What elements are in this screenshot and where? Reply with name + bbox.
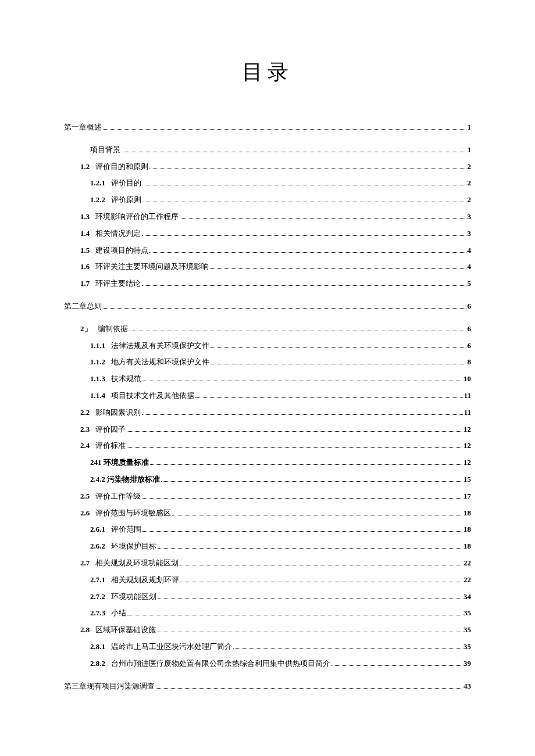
toc-entry-page: 18 xyxy=(463,540,471,553)
toc-entry: 2.8.2台州市翔进医疗废物处置有限公司余热综合利用集中供热项目简介39 xyxy=(90,658,471,670)
toc-dots xyxy=(103,129,466,130)
toc-entry-text: 相关情况判定 xyxy=(95,228,141,240)
toc-entry: 1.1.1法律法规及有关环境保护文件6 xyxy=(90,340,471,352)
toc-entry-text: 环境功能区划 xyxy=(111,591,156,603)
toc-entry-number: 2.8.2 xyxy=(90,658,105,670)
toc-entry: 2.3评价因子12 xyxy=(80,424,471,436)
toc-entry-number: 2」 xyxy=(80,323,92,335)
toc-entry: 1.5建设项目的特点4 xyxy=(80,245,471,257)
toc-entry-page: 11 xyxy=(464,390,471,402)
toc-entry-page: 35 xyxy=(463,607,471,619)
toc-dots xyxy=(142,531,462,532)
toc-entry-number: 1.4 xyxy=(80,228,90,240)
toc-entry-number: 2.7.1 xyxy=(90,574,105,586)
toc-container: 第一章概述1项目背景11.2评价目的和原则21.2.1评价目的21.2.2评价原… xyxy=(64,121,471,692)
toc-entry-text: 环境保护目标 xyxy=(111,540,156,553)
toc-entry-page: 1 xyxy=(468,144,472,156)
toc-entry-page: 22 xyxy=(463,574,471,586)
toc-dots xyxy=(161,481,462,482)
toc-entry-page: 2 xyxy=(468,161,472,173)
toc-entry-text: 第三章现有项目污染源调查 xyxy=(64,680,155,693)
toc-entry-number: 1.2.1 xyxy=(90,177,105,189)
toc-entry-text: 技术规范 xyxy=(111,373,141,385)
toc-dots xyxy=(142,381,462,381)
toc-entry-number: 1.1.4 xyxy=(90,390,105,402)
toc-entry: 项目背景1 xyxy=(90,144,471,156)
toc-entry-page: 2 xyxy=(468,194,472,206)
toc-entry-text: 环评关注主要环境问题及环境影响 xyxy=(95,261,209,273)
toc-entry: 1.7环评主要结论5 xyxy=(80,278,471,290)
toc-entry: 2.8.1温岭市上马工业区块污水处理厂简介35 xyxy=(90,641,471,653)
toc-entry-text: 评价目的 xyxy=(111,177,141,189)
toc-dots xyxy=(127,615,462,615)
toc-entry-text: 2.4.2 污染物排放标准 xyxy=(90,474,160,486)
toc-entry-page: 43 xyxy=(463,680,471,693)
toc-entry-page: 4 xyxy=(468,245,472,257)
toc-entry-number: 1.1.2 xyxy=(90,356,105,368)
toc-entry-text: 编制依据 xyxy=(98,323,128,335)
toc-entry-number: 2.6.1 xyxy=(90,524,105,536)
toc-entry: 1.2评价目的和原则2 xyxy=(80,161,471,173)
toc-entry: 第三章现有项目污染源调查43 xyxy=(64,680,471,693)
toc-entry-text: 小结 xyxy=(111,607,126,619)
toc-entry: 2.4评价标准12 xyxy=(80,440,471,452)
toc-entry-text: 评价因子 xyxy=(95,424,126,436)
toc-dots xyxy=(211,347,466,348)
toc-dots xyxy=(142,235,466,236)
toc-entry-text: 评价标准 xyxy=(95,440,126,452)
toc-entry-page: 5 xyxy=(468,278,472,290)
toc-entry: 2.7.3小结35 xyxy=(90,607,471,619)
toc-dots xyxy=(142,414,462,415)
toc-entry-number: 2.8 xyxy=(80,624,90,636)
toc-dots xyxy=(172,515,462,515)
toc-entry: 2.7.2环境功能区划34 xyxy=(90,591,471,603)
toc-dots xyxy=(149,169,466,169)
toc-entry: 1.2.1评价目的2 xyxy=(90,177,471,189)
toc-dots xyxy=(127,431,462,432)
toc-entry-text: 台州市翔进医疗废物处置有限公司余热综合利用集中供热项目简介 xyxy=(111,658,330,670)
toc-dots xyxy=(142,285,466,286)
toc-entry-text: 环境影响评价的工作程序 xyxy=(95,211,179,223)
toc-entry-text: 法律法规及有关环境保护文件 xyxy=(111,340,209,352)
toc-entry-number: 1.3 xyxy=(80,211,90,223)
toc-entry-page: 15 xyxy=(463,474,471,486)
toc-entry-page: 6 xyxy=(468,340,472,352)
toc-entry-page: 35 xyxy=(463,624,471,636)
toc-entry: 第一章概述1 xyxy=(64,121,471,134)
toc-entry-number: 2.7.3 xyxy=(90,607,105,619)
toc-entry-number: 1.1.1 xyxy=(90,340,105,352)
toc-dots xyxy=(233,648,462,649)
toc-entry-text: 地方有关法规和环境保护文件 xyxy=(111,356,209,368)
toc-entry-page: 2 xyxy=(468,177,472,189)
toc-entry-text: 第二章总则 xyxy=(64,300,102,313)
toc-dots xyxy=(142,202,466,202)
toc-dots xyxy=(158,599,462,599)
toc-entry: 2.8区域环保基础设施35 xyxy=(80,624,471,636)
toc-entry: 2.5评价工作等级17 xyxy=(80,490,471,503)
toc-entry: 2.7相关规划及环境功能区划22 xyxy=(80,557,471,569)
toc-entry-number: 2.8.1 xyxy=(90,641,105,653)
toc-entry: 1.1.3技术规范10 xyxy=(90,373,471,385)
toc-entry-text: 第一章概述 xyxy=(64,121,102,134)
toc-entry-number: 2.4 xyxy=(80,440,90,452)
toc-entry-number: 2.3 xyxy=(80,424,90,436)
toc-dots xyxy=(211,364,466,364)
toc-entry-number: 2.6 xyxy=(80,507,90,519)
toc-entry-page: 6 xyxy=(468,323,472,335)
toc-entry-page: 11 xyxy=(464,407,471,419)
toc-dots xyxy=(210,268,466,269)
toc-entry-number: 1.1.3 xyxy=(90,373,105,385)
toc-entry-page: 34 xyxy=(463,591,471,603)
toc-entry-number: 2.5 xyxy=(80,490,90,503)
toc-entry-page: 18 xyxy=(463,507,471,519)
toc-entry-text: 相关规划及规划环评 xyxy=(111,574,179,586)
toc-dots xyxy=(156,688,462,689)
toc-entry: 第二章总则6 xyxy=(64,300,471,313)
toc-entry-number: 2.2 xyxy=(80,407,90,419)
toc-entry-page: 12 xyxy=(463,457,471,469)
toc-entry-text: 评价范围与环境敏感区 xyxy=(95,507,171,519)
toc-entry: 1.3环境影响评价的工作程序3 xyxy=(80,211,471,223)
toc-entry-text: 环评主要结论 xyxy=(95,278,141,290)
toc-entry-text: 区域环保基础设施 xyxy=(95,624,156,636)
toc-dots xyxy=(150,464,462,465)
